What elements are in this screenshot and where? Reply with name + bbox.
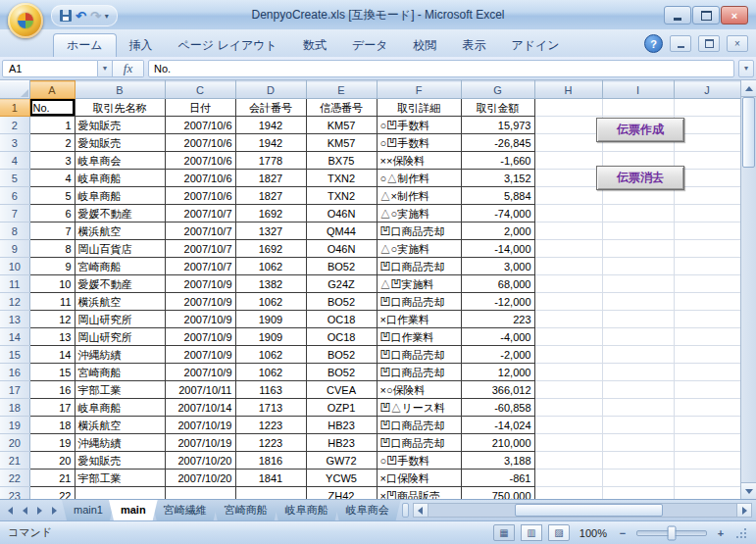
cell-F7[interactable]: △○実施料 bbox=[377, 205, 461, 223]
cell-A1[interactable]: No. bbox=[29, 99, 75, 117]
row-header-11[interactable]: 11 bbox=[0, 275, 29, 293]
cell-G23[interactable]: 750,000 bbox=[461, 487, 534, 500]
cell-F9[interactable]: △○実施料 bbox=[377, 240, 461, 258]
cell-J20[interactable] bbox=[674, 434, 740, 452]
cell-J22[interactable] bbox=[674, 470, 740, 487]
cell-H10[interactable] bbox=[534, 258, 602, 275]
scroll-up-button[interactable] bbox=[741, 80, 756, 97]
cell-H22[interactable] bbox=[534, 470, 602, 487]
ribbon-tab-5[interactable]: 校閲 bbox=[400, 34, 449, 57]
sheet-tab-4[interactable]: 岐阜商船 bbox=[274, 500, 340, 520]
save-icon[interactable] bbox=[60, 10, 72, 22]
cell-H3[interactable] bbox=[534, 134, 602, 152]
cell-I13[interactable] bbox=[602, 311, 674, 328]
zoom-level[interactable]: 100% bbox=[580, 527, 607, 539]
column-header-H[interactable]: H bbox=[534, 81, 602, 99]
ribbon-tab-6[interactable]: 表示 bbox=[449, 34, 498, 57]
name-box-dropdown-icon[interactable]: ▼ bbox=[98, 60, 113, 77]
cell-A3[interactable]: 2 bbox=[29, 134, 75, 152]
cell-H6[interactable] bbox=[534, 187, 602, 205]
cell-A11[interactable]: 10 bbox=[29, 275, 75, 293]
select-all-corner[interactable] bbox=[0, 81, 29, 99]
cell-F12[interactable]: 凹口商品売却 bbox=[377, 293, 461, 311]
vertical-scroll-thumb[interactable] bbox=[742, 97, 755, 168]
cell-A14[interactable]: 13 bbox=[29, 328, 75, 346]
cell-A7[interactable]: 6 bbox=[29, 205, 75, 223]
cell-C4[interactable]: 2007/10/6 bbox=[165, 152, 235, 170]
cell-H5[interactable] bbox=[534, 170, 602, 187]
cell-C7[interactable]: 2007/10/7 bbox=[165, 205, 235, 223]
cell-I22[interactable] bbox=[602, 470, 674, 487]
cell-B5[interactable]: 岐阜商船 bbox=[75, 170, 165, 187]
cell-B9[interactable]: 岡山百貨店 bbox=[75, 240, 165, 258]
cell-F4[interactable]: ××保険料 bbox=[377, 152, 461, 170]
cell-E5[interactable]: TXN2 bbox=[306, 170, 377, 187]
row-header-18[interactable]: 18 bbox=[0, 399, 29, 417]
formula-input[interactable]: No. bbox=[148, 60, 734, 77]
cell-J7[interactable] bbox=[674, 205, 740, 223]
cell-D11[interactable]: 1382 bbox=[235, 275, 306, 293]
cell-A2[interactable]: 1 bbox=[29, 117, 75, 134]
cell-J17[interactable] bbox=[674, 381, 740, 399]
cell-H4[interactable] bbox=[534, 152, 602, 170]
cell-H1[interactable] bbox=[534, 99, 602, 117]
cell-I7[interactable] bbox=[602, 205, 674, 223]
row-header-19[interactable]: 19 bbox=[0, 417, 29, 434]
cell-C6[interactable]: 2007/10/6 bbox=[165, 187, 235, 205]
workbook-close-button[interactable]: × bbox=[727, 35, 748, 52]
ribbon-tab-4[interactable]: データ bbox=[339, 34, 401, 57]
column-header-I[interactable]: I bbox=[602, 81, 674, 99]
row-header-2[interactable]: 2 bbox=[0, 117, 29, 134]
cell-G22[interactable]: -861 bbox=[461, 470, 534, 487]
cell-C3[interactable]: 2007/10/6 bbox=[165, 134, 235, 152]
cell-C9[interactable]: 2007/10/7 bbox=[165, 240, 235, 258]
cell-D18[interactable]: 1713 bbox=[235, 399, 306, 417]
cell-G3[interactable]: -26,845 bbox=[461, 134, 534, 152]
row-header-16[interactable]: 16 bbox=[0, 364, 29, 381]
cell-A8[interactable]: 7 bbox=[29, 223, 75, 240]
row-header-8[interactable]: 8 bbox=[0, 223, 29, 240]
sheet-tab-5[interactable]: 岐阜商会 bbox=[334, 500, 401, 520]
cell-J13[interactable] bbox=[674, 311, 740, 328]
cell-H13[interactable] bbox=[534, 311, 602, 328]
cell-G20[interactable]: 210,000 bbox=[461, 434, 534, 452]
column-header-B[interactable]: B bbox=[75, 81, 165, 99]
cell-F16[interactable]: 凹口商品売却 bbox=[377, 364, 461, 381]
cell-J1[interactable] bbox=[674, 99, 740, 117]
cell-B4[interactable]: 岐阜商会 bbox=[75, 152, 165, 170]
cell-G14[interactable]: -4,000 bbox=[461, 328, 534, 346]
cell-B15[interactable]: 沖縄紡績 bbox=[75, 346, 165, 364]
cell-D21[interactable]: 1816 bbox=[235, 452, 306, 470]
cell-G2[interactable]: 15,973 bbox=[461, 117, 534, 134]
cell-J23[interactable] bbox=[674, 487, 740, 500]
cell-B22[interactable]: 宇部工業 bbox=[75, 470, 165, 487]
cell-A15[interactable]: 14 bbox=[29, 346, 75, 364]
office-button[interactable] bbox=[8, 3, 43, 38]
cell-E6[interactable]: TXN2 bbox=[306, 187, 377, 205]
cell-E10[interactable]: BO52 bbox=[306, 258, 377, 275]
cell-D23[interactable] bbox=[235, 487, 306, 500]
cell-B12[interactable]: 横浜航空 bbox=[75, 293, 165, 311]
zoom-in-button[interactable]: + bbox=[715, 527, 727, 539]
cell-G10[interactable]: 3,000 bbox=[461, 258, 534, 275]
cell-F19[interactable]: 凹口商品売却 bbox=[377, 417, 461, 434]
column-header-D[interactable]: D bbox=[235, 81, 306, 99]
column-header-A[interactable]: A bbox=[29, 81, 75, 99]
cell-I17[interactable] bbox=[602, 381, 674, 399]
cell-F5[interactable]: ○△制作料 bbox=[377, 170, 461, 187]
cell-E23[interactable]: ZH42 bbox=[306, 487, 377, 500]
cell-G18[interactable]: -60,858 bbox=[461, 399, 534, 417]
cell-I10[interactable] bbox=[602, 258, 674, 275]
cell-H2[interactable] bbox=[534, 117, 602, 134]
cell-I21[interactable] bbox=[602, 452, 674, 470]
cell-A22[interactable]: 21 bbox=[29, 470, 75, 487]
cell-A9[interactable]: 8 bbox=[29, 240, 75, 258]
row-header-23[interactable]: 23 bbox=[0, 487, 29, 500]
previous-sheet-button[interactable] bbox=[19, 503, 31, 518]
cell-B2[interactable]: 愛知販売 bbox=[75, 117, 165, 134]
cell-I20[interactable] bbox=[602, 434, 674, 452]
cell-E7[interactable]: O46N bbox=[306, 205, 377, 223]
cell-B11[interactable]: 愛媛不動産 bbox=[75, 275, 165, 293]
ribbon-tab-0[interactable]: ホーム bbox=[53, 33, 117, 57]
cell-B10[interactable]: 宮崎商船 bbox=[75, 258, 165, 275]
